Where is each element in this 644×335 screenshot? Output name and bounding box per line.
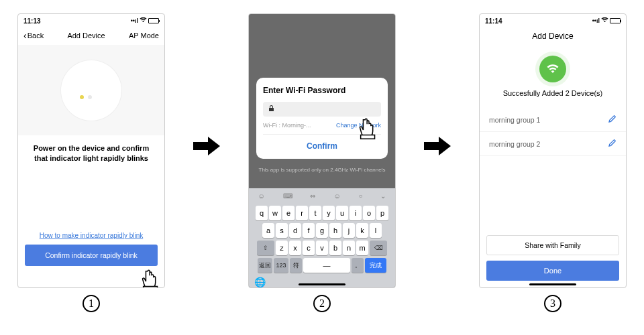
key-t[interactable]: t xyxy=(309,206,321,220)
key-123[interactable]: 123 xyxy=(274,258,288,273)
home-indicator xyxy=(529,283,576,285)
key-k[interactable]: k xyxy=(356,223,368,238)
key-r[interactable]: r xyxy=(296,206,308,220)
step-3-column: 11:14 ••ıl Add Device Succesfully Added … xyxy=(479,13,627,312)
page-title: Add Device xyxy=(480,27,626,41)
nav-bar: ‹ Back Add Device AP Mode xyxy=(18,27,164,45)
key-x[interactable]: x xyxy=(289,241,301,255)
key-return-cn[interactable]: 返回 xyxy=(258,258,272,273)
battery-icon xyxy=(610,18,621,23)
confirm-indicator-button[interactable]: Confirm indicator rapidly blink xyxy=(25,245,158,266)
phone-screen-1: 11:13 ••ıl ‹ Back Add Device AP Mode xyxy=(17,13,165,288)
globe-icon[interactable]: 🌐 xyxy=(254,277,266,287)
instruction-text: Power on the device and confirm that ind… xyxy=(18,135,164,172)
key-m[interactable]: m xyxy=(356,241,368,255)
signal-icon: ••ıl xyxy=(592,17,600,24)
battery-icon xyxy=(148,18,159,23)
support-note: This app is supported only on 2.4GHz Wi-… xyxy=(249,167,395,173)
arrow-right-icon xyxy=(192,134,221,158)
edit-icon[interactable] xyxy=(608,139,616,149)
pointer-hand-icon xyxy=(139,267,164,288)
confirm-button[interactable]: Confirm xyxy=(263,135,381,159)
back-button[interactable]: ‹ Back xyxy=(23,30,44,41)
signal-icon: ••ıl xyxy=(131,17,138,24)
network-label: Wi-Fi : Morning-... xyxy=(263,122,311,129)
key-g[interactable]: g xyxy=(316,223,328,238)
step-number-3: 3 xyxy=(544,295,561,312)
step-2-column: Enter Wi-Fi Password Wi-Fi : Morning-...… xyxy=(248,13,396,312)
key-shift[interactable]: ⇧ xyxy=(257,241,274,255)
key-period[interactable]: 。 xyxy=(352,258,364,273)
suggest-icon[interactable]: ⇔ xyxy=(310,192,315,200)
suggest-icon[interactable]: ☺ xyxy=(258,192,264,200)
phone-screen-2: Enter Wi-Fi Password Wi-Fi : Morning-...… xyxy=(248,13,396,288)
svg-rect-0 xyxy=(144,287,158,289)
key-j[interactable]: j xyxy=(343,223,355,238)
status-bar: 11:13 ••ıl xyxy=(18,14,164,27)
key-a[interactable]: a xyxy=(262,223,274,238)
key-p[interactable]: p xyxy=(376,206,388,220)
edit-icon[interactable] xyxy=(608,115,616,125)
arrow-right-icon xyxy=(423,134,452,158)
key-space[interactable]: — xyxy=(303,258,350,273)
change-network-link[interactable]: Change Network xyxy=(336,122,381,129)
success-message: Succesfully Added 2 Device(s) xyxy=(480,89,626,97)
success-wifi-icon xyxy=(539,56,566,82)
key-n[interactable]: n xyxy=(343,241,355,255)
suggest-icon[interactable]: ○ xyxy=(359,192,363,200)
home-indicator xyxy=(299,283,345,285)
key-q[interactable]: q xyxy=(256,206,268,220)
key-i[interactable]: i xyxy=(350,206,362,220)
key-done[interactable]: 完成 xyxy=(365,258,386,273)
key-u[interactable]: u xyxy=(336,206,348,220)
wifi-icon xyxy=(601,17,608,24)
suggest-icon[interactable]: ⌨ xyxy=(283,192,292,200)
clock: 11:13 xyxy=(23,17,41,25)
device-illustration xyxy=(18,45,164,135)
key-w[interactable]: w xyxy=(269,206,281,220)
ios-keyboard: q w e r t y u i o p a s d f g h xyxy=(249,203,395,287)
phone-screen-3: 11:14 ••ıl Add Device Succesfully Added … xyxy=(479,13,627,288)
key-z[interactable]: z xyxy=(276,241,288,255)
password-input[interactable] xyxy=(263,102,381,117)
wifi-icon xyxy=(140,17,147,24)
key-f[interactable]: f xyxy=(303,223,315,238)
device-name: morning group 2 xyxy=(489,140,540,148)
key-symbol[interactable]: 符 xyxy=(290,258,302,273)
help-link[interactable]: How to make indicator rapidly blink xyxy=(18,232,164,239)
indicator-dot-grey xyxy=(88,95,92,99)
ap-mode-link[interactable]: AP Mode xyxy=(129,31,159,40)
clock: 11:14 xyxy=(485,17,502,25)
step-number-2: 2 xyxy=(313,295,331,312)
modal-title: Enter Wi-Fi Password xyxy=(263,86,381,95)
key-e[interactable]: e xyxy=(282,206,294,220)
key-d[interactable]: d xyxy=(289,223,301,238)
keyboard-suggestion-bar: ☺ ⌨ ⇔ ☺ ○ ⌄ xyxy=(249,188,395,203)
status-bar: 11:14 ••ıl xyxy=(480,14,626,27)
device-name: morning group 1 xyxy=(489,116,540,124)
device-row-2: morning group 2 xyxy=(480,132,626,156)
suggest-icon[interactable]: ⌄ xyxy=(380,192,386,200)
key-l[interactable]: l xyxy=(370,223,382,238)
done-button[interactable]: Done xyxy=(486,261,619,281)
key-c[interactable]: c xyxy=(303,241,315,255)
key-backspace[interactable]: ⌫ xyxy=(370,241,387,255)
key-b[interactable]: b xyxy=(329,241,341,255)
step-number-1: 1 xyxy=(83,295,100,312)
step-1-column: 11:13 ••ıl ‹ Back Add Device AP Mode xyxy=(17,13,165,312)
key-v[interactable]: v xyxy=(316,241,328,255)
lock-icon xyxy=(268,105,274,113)
wifi-password-modal: Enter Wi-Fi Password Wi-Fi : Morning-...… xyxy=(256,78,388,159)
device-circle-icon xyxy=(61,60,121,121)
page-title: Add Device xyxy=(67,31,105,40)
share-button[interactable]: Share with Family xyxy=(486,235,619,255)
device-row-1: morning group 1 xyxy=(480,108,626,132)
suggest-icon[interactable]: ☺ xyxy=(333,192,340,200)
key-h[interactable]: h xyxy=(329,223,341,238)
chevron-left-icon: ‹ xyxy=(23,30,27,41)
indicator-dot-yellow xyxy=(80,95,84,99)
key-s[interactable]: s xyxy=(276,223,288,238)
key-o[interactable]: o xyxy=(363,206,375,220)
key-y[interactable]: y xyxy=(323,206,335,220)
